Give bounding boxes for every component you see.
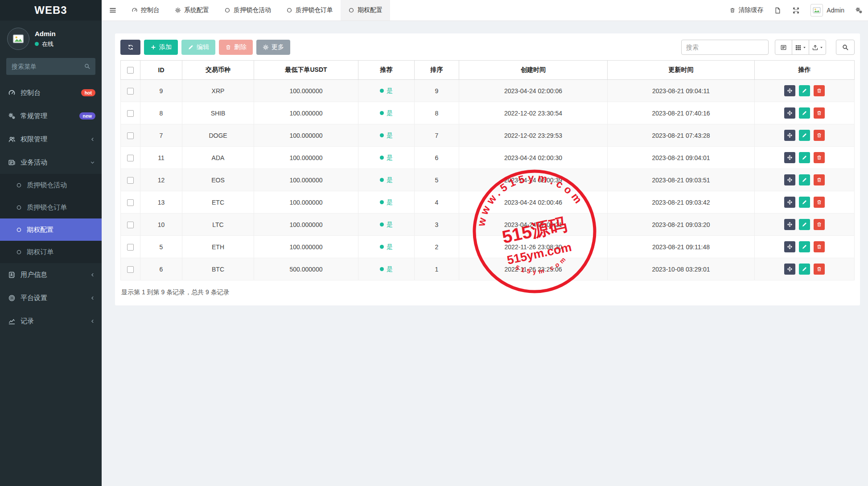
row-actions (755, 191, 855, 214)
edit-row-button[interactable] (799, 219, 810, 230)
row-min-order: 100.000000 (254, 236, 358, 258)
edit-row-button[interactable] (799, 130, 810, 141)
navbar-user-menu[interactable]: Admin (810, 4, 844, 16)
move-row-button[interactable] (784, 264, 795, 275)
row-select-cell (121, 147, 140, 169)
move-icon (787, 132, 793, 138)
row-checkbox[interactable] (127, 155, 134, 161)
move-row-button[interactable] (784, 152, 795, 163)
table-row: 13 ETC 100.000000 是 4 2023-04-24 02:00:4… (121, 191, 855, 214)
sidebar-subitem-options-config[interactable]: 期权配置 (0, 218, 102, 241)
row-checkbox[interactable] (127, 222, 134, 228)
columns-button[interactable] (792, 40, 809, 55)
delete-row-button[interactable] (814, 264, 825, 275)
add-label: 添加 (159, 43, 172, 51)
row-checkbox[interactable] (127, 177, 134, 184)
sidebar-item-label: 平台设置 (21, 294, 47, 302)
navbar-avatar (810, 4, 823, 16)
row-coin: DOGE (182, 124, 254, 147)
table-row: 7 DOGE 100.000000 是 7 2022-12-02 23:29:5… (121, 124, 855, 147)
settings-gears-icon[interactable] (855, 7, 863, 14)
status-dot-icon (380, 111, 384, 115)
row-sort: 4 (415, 191, 459, 214)
sidebar-item-general[interactable]: 常规管理 new (0, 104, 102, 128)
sidebar-item-permissions[interactable]: 权限管理 (0, 128, 102, 151)
select-all-checkbox[interactable] (127, 67, 134, 74)
delete-row-button[interactable] (814, 174, 825, 185)
move-row-button[interactable] (784, 219, 795, 230)
row-checkbox[interactable] (127, 110, 134, 117)
row-checkbox[interactable] (127, 244, 134, 251)
row-recommend-cell: 是 (358, 214, 415, 236)
row-created: 2022-12-02 23:29:53 (459, 124, 608, 147)
sidebar-toggle-button[interactable] (102, 0, 124, 21)
row-checkbox[interactable] (127, 132, 134, 139)
row-sort: 6 (415, 147, 459, 169)
row-recommend-cell: 是 (358, 80, 415, 102)
delete-row-button[interactable] (814, 107, 825, 119)
trash-icon (816, 155, 822, 161)
recommend-badge: 是 (380, 176, 393, 184)
row-select-cell (121, 214, 140, 236)
sidebar-item-records[interactable]: 记录 (0, 309, 102, 333)
chevron-left-icon (90, 272, 95, 278)
trash-icon (816, 199, 822, 205)
row-created: 2023-04-24 02:00:39 (459, 169, 608, 191)
view-button-group (775, 40, 826, 55)
table-search-input[interactable] (681, 40, 769, 55)
move-row-button[interactable] (784, 241, 795, 252)
sidebar-item-userinfo[interactable]: 用户信息 (0, 263, 102, 286)
row-checkbox[interactable] (127, 266, 134, 273)
row-created: 2022-11-26 23:08:30 (459, 236, 608, 258)
edit-row-button[interactable] (799, 197, 810, 208)
refresh-button[interactable] (120, 40, 140, 55)
edit-row-button[interactable] (799, 264, 810, 275)
move-row-button[interactable] (784, 197, 795, 208)
delete-row-button[interactable] (814, 219, 825, 230)
delete-button[interactable]: 删除 (219, 40, 253, 55)
page-file-icon[interactable] (774, 7, 782, 14)
tab-staking-activity[interactable]: 质押锁仓活动 (217, 0, 279, 21)
sidebar-subitem-staking-orders[interactable]: 质押锁仓订单 (0, 196, 102, 218)
fullscreen-icon[interactable] (792, 7, 800, 14)
row-updated: 2023-08-21 09:11:48 (608, 236, 755, 258)
sidebar-item-dashboard[interactable]: 控制台 hot (0, 81, 102, 104)
tab-staking-orders[interactable]: 质押锁仓订单 (279, 0, 341, 21)
detail-view-button[interactable] (775, 40, 792, 55)
row-actions (755, 124, 855, 147)
delete-row-button[interactable] (814, 130, 825, 141)
move-row-button[interactable] (784, 85, 795, 96)
edit-row-button[interactable] (799, 107, 810, 119)
sidebar-item-platform[interactable]: 平台设置 (0, 286, 102, 309)
edit-row-button[interactable] (799, 152, 810, 163)
tab-dashboard[interactable]: 控制台 (124, 0, 167, 21)
tab-system-config[interactable]: 系统配置 (167, 0, 217, 21)
row-checkbox[interactable] (127, 199, 134, 206)
delete-row-button[interactable] (814, 241, 825, 252)
sidebar-item-label: 权限管理 (21, 135, 47, 144)
move-row-button[interactable] (784, 174, 795, 185)
sidebar-subitem-label: 期权订单 (27, 248, 53, 256)
delete-row-button[interactable] (814, 197, 825, 208)
delete-row-button[interactable] (814, 85, 825, 96)
edit-button[interactable]: 编辑 (181, 40, 215, 55)
status-dot-icon (380, 200, 384, 204)
sidebar-item-business[interactable]: 业务活动 (0, 151, 102, 174)
edit-row-button[interactable] (799, 174, 810, 185)
add-button[interactable]: 添加 (144, 40, 178, 55)
edit-row-button[interactable] (799, 85, 810, 96)
tab-options-config[interactable]: 期权配置 (341, 0, 390, 21)
sidebar-subitem-staking-activity[interactable]: 质押锁仓活动 (0, 174, 102, 196)
sidebar-subitem-options-orders[interactable]: 期权订单 (0, 241, 102, 263)
status-dot-icon (380, 267, 384, 271)
edit-row-button[interactable] (799, 241, 810, 252)
delete-row-button[interactable] (814, 152, 825, 163)
search-submit-button[interactable] (836, 40, 855, 55)
move-row-button[interactable] (784, 130, 795, 141)
export-button[interactable] (809, 40, 826, 55)
clear-cache-button[interactable]: 清除缓存 (729, 6, 763, 14)
move-row-button[interactable] (784, 107, 795, 119)
row-checkbox[interactable] (127, 88, 134, 95)
more-button[interactable]: 更多 (256, 40, 290, 55)
sidebar-search-input[interactable] (6, 58, 95, 75)
